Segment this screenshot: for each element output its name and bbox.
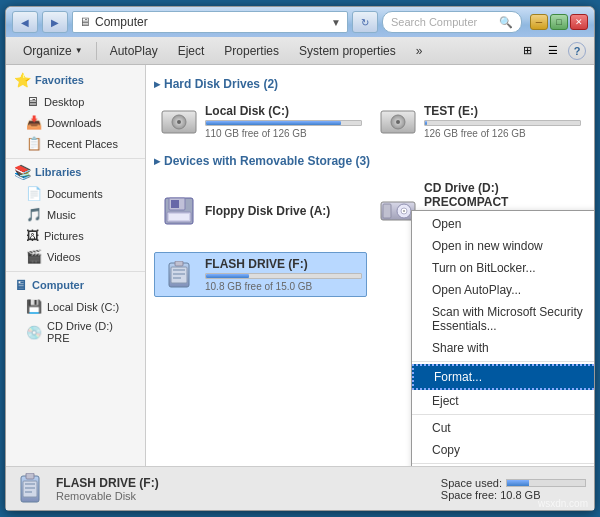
videos-icon: 🎬 [26, 249, 42, 264]
organize-button[interactable]: Organize ▼ [14, 40, 92, 62]
menu-item-share[interactable]: Share with ▶ [412, 337, 594, 359]
music-icon: 🎵 [26, 207, 42, 222]
floppy-icon [159, 194, 199, 228]
back-button[interactable]: ◀ [12, 11, 38, 33]
sidebar-item-downloads[interactable]: 📥 Downloads [6, 112, 145, 133]
computer-header[interactable]: 🖥 Computer [6, 274, 145, 296]
sidebar-item-cd-drive[interactable]: 💿 CD Drive (D:) PRE [6, 317, 145, 347]
menu-item-copy[interactable]: Copy [412, 439, 594, 461]
sidebar-item-recent[interactable]: 📋 Recent Places [6, 133, 145, 154]
flash-name: FLASH DRIVE (F:) [205, 257, 362, 271]
menu-item-autoplay[interactable]: Open AutoPlay... [412, 279, 594, 301]
favorites-header[interactable]: ⭐ Favorites [6, 69, 145, 91]
downloads-icon: 📥 [26, 115, 42, 130]
svg-rect-26 [25, 487, 35, 489]
status-drive-icon [14, 473, 46, 505]
menu-item-eject[interactable]: Eject [412, 390, 594, 412]
svg-point-2 [177, 120, 181, 124]
flash-drive-info: FLASH DRIVE (F:) 10.8 GB free of 15.0 GB [205, 257, 362, 292]
sidebar-item-local-disk[interactable]: 💾 Local Disk (C:) [6, 296, 145, 317]
menu-item-format[interactable]: Format... [412, 364, 594, 390]
computer-section: 🖥 Computer 💾 Local Disk (C:) 💿 CD Drive … [6, 274, 145, 347]
status-used-bar [506, 479, 586, 487]
forward-button[interactable]: ▶ [42, 11, 68, 33]
address-dropdown-icon: ▼ [331, 17, 341, 28]
svg-rect-27 [25, 491, 32, 493]
sidebar-divider-1 [6, 158, 145, 159]
flash-bar [205, 273, 362, 279]
flash-icon [159, 258, 199, 292]
drive-e-bar-fill [425, 121, 427, 125]
drive-item-flash[interactable]: FLASH DRIVE (F:) 10.8 GB free of 15.0 GB [154, 252, 367, 297]
pictures-icon: 🖼 [26, 228, 39, 243]
drive-c-bar-fill [206, 121, 341, 125]
drive-e-bar [424, 120, 581, 126]
search-icon: 🔍 [499, 16, 513, 29]
drive-c-bar [205, 120, 362, 126]
minimize-button[interactable]: ─ [530, 14, 548, 30]
drive-c-name: Local Disk (C:) [205, 104, 362, 118]
svg-rect-21 [173, 277, 181, 279]
drive-item-floppy[interactable]: Floppy Disk Drive (A:) [154, 176, 367, 246]
view-options-button[interactable]: ☰ [542, 41, 564, 61]
explorer-window: ◀ ▶ 🖥 Computer ▼ ↻ Search Computer 🔍 ─ □… [5, 6, 595, 511]
svg-rect-19 [173, 269, 185, 271]
drive-e-name: TEST (E:) [424, 104, 581, 118]
menu-item-bitlocker[interactable]: Turn on BitLocker... [412, 257, 594, 279]
eject-button[interactable]: Eject [169, 40, 214, 62]
library-icon: 📚 [14, 164, 31, 180]
autoplay-button[interactable]: AutoPlay [101, 40, 167, 62]
hdd-e-icon [378, 105, 418, 139]
sidebar-item-videos[interactable]: 🎬 Videos [6, 246, 145, 267]
close-button[interactable]: ✕ [570, 14, 588, 30]
svg-point-5 [396, 120, 400, 124]
address-bar[interactable]: 🖥 Computer ▼ [72, 11, 348, 33]
search-placeholder: Search Computer [391, 16, 477, 28]
favorites-section: ⭐ Favorites 🖥 Desktop 📥 Downloads 📋 Rece… [6, 69, 145, 154]
menu-item-open[interactable]: Open [412, 213, 594, 235]
desktop-icon: 🖥 [26, 94, 39, 109]
sidebar-item-pictures[interactable]: 🖼 Pictures [6, 225, 145, 246]
star-icon: ⭐ [14, 72, 31, 88]
libraries-header[interactable]: 📚 Libraries [6, 161, 145, 183]
menu-item-scan[interactable]: Scan with Microsoft Security Essentials.… [412, 301, 594, 337]
svg-rect-10 [169, 214, 189, 220]
drive-item-e[interactable]: TEST (E:) 126 GB free of 126 GB [373, 99, 586, 144]
status-bar: FLASH DRIVE (F:) Removable Disk Space us… [6, 466, 594, 510]
drive-c-info: Local Disk (C:) 110 GB free of 126 GB [205, 104, 362, 139]
system-properties-button[interactable]: System properties [290, 40, 405, 62]
help-button[interactable]: ? [568, 42, 586, 60]
drive-item-c[interactable]: Local Disk (C:) 110 GB free of 126 GB [154, 99, 367, 144]
drive-c-detail: 110 GB free of 126 GB [205, 128, 362, 139]
sidebar: ⭐ Favorites 🖥 Desktop 📥 Downloads 📋 Rece… [6, 65, 146, 466]
menu-item-cut[interactable]: Cut [412, 417, 594, 439]
sidebar-item-desktop[interactable]: 🖥 Desktop [6, 91, 145, 112]
drive-e-detail: 126 GB free of 126 GB [424, 128, 581, 139]
properties-button[interactable]: Properties [215, 40, 288, 62]
search-bar[interactable]: Search Computer 🔍 [382, 11, 522, 33]
hard-disk-grid: Local Disk (C:) 110 GB free of 126 GB [154, 99, 586, 144]
sidebar-item-music[interactable]: 🎵 Music [6, 204, 145, 225]
svg-rect-12 [383, 204, 391, 218]
cd-drive-icon: 💿 [26, 325, 42, 340]
maximize-button[interactable]: □ [550, 14, 568, 30]
svg-point-15 [403, 210, 405, 212]
svg-rect-25 [25, 483, 35, 485]
refresh-button[interactable]: ↻ [352, 11, 378, 33]
computer-icon: 🖥 [79, 15, 91, 29]
status-used-row: Space used: [441, 477, 586, 489]
floppy-drive-info: Floppy Disk Drive (A:) [205, 204, 362, 218]
more-button[interactable]: » [407, 40, 432, 62]
menu-separator-2 [412, 414, 594, 415]
menu-item-open-new-window[interactable]: Open in new window [412, 235, 594, 257]
status-space-info: Space used: Space free: 10.8 GB [441, 477, 586, 501]
menu-separator-3 [412, 463, 594, 464]
toolbar: Organize ▼ AutoPlay Eject Properties Sys… [6, 37, 594, 65]
status-drive-type: Removable Disk [56, 490, 431, 502]
address-text: Computer [95, 15, 148, 29]
main-panel: Hard Disk Drives (2) [146, 65, 594, 466]
libraries-section: 📚 Libraries 📄 Documents 🎵 Music 🖼 Pictur… [6, 161, 145, 267]
sidebar-item-documents[interactable]: 📄 Documents [6, 183, 145, 204]
removable-section-header: Devices with Removable Storage (3) [154, 154, 586, 168]
change-view-button[interactable]: ⊞ [516, 41, 538, 61]
